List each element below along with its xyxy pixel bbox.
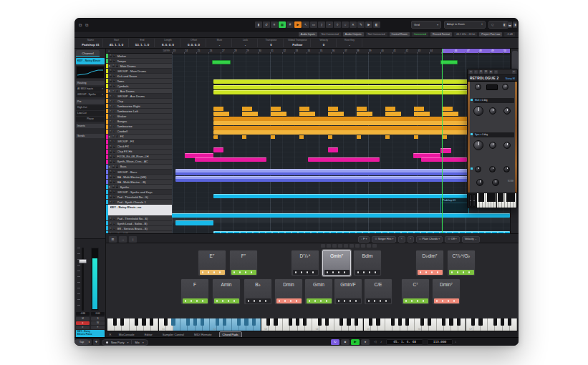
folder-arrow-icon[interactable]: ▸: [108, 165, 111, 168]
mute-button[interactable]: m: [110, 218, 112, 220]
track-row[interactable]: ▸msMain Drums: [106, 64, 172, 69]
track-preset-selector[interactable]: New Party▾ Mix▾: [102, 339, 148, 346]
piano-black-key[interactable]: [428, 318, 431, 326]
track-row[interactable]: ▸msAux Drums: [106, 89, 172, 94]
mute-button[interactable]: m: [110, 228, 112, 230]
grid-type-dropdown[interactable]: Grid ▾: [411, 21, 441, 29]
solo-button[interactable]: s: [113, 69, 116, 72]
track-row[interactable]: msToms: [106, 79, 172, 84]
info-field[interactable]: Velocity0: [312, 39, 337, 47]
midi-clip[interactable]: [213, 117, 510, 121]
track-row[interactable]: msPad - Threshold No...G): [106, 195, 172, 200]
plugin-knob[interactable]: [473, 140, 483, 150]
mute-button[interactable]: m: [110, 170, 112, 173]
midi-clip[interactable]: [175, 220, 213, 225]
plugin-knob[interactable]: [476, 179, 483, 186]
routing-section-header[interactable]: Routing: [76, 81, 105, 85]
quantize-dropdown[interactable]: Adapt to Zoom ▾: [444, 21, 486, 29]
cycle-button[interactable]: ↻: [331, 339, 339, 345]
plugin-knob[interactable]: [502, 84, 509, 90]
track-row[interactable]: msGROUP - Main Drums: [106, 69, 172, 74]
solo-button[interactable]: s: [113, 175, 116, 178]
midi-clip[interactable]: [195, 157, 266, 162]
plugin-close-icon[interactable]: ✕: [512, 70, 516, 74]
play-button[interactable]: ▶: [351, 339, 360, 345]
pads-function-button[interactable]: [355, 244, 360, 248]
plugin-knob[interactable]: [503, 142, 511, 149]
track-row[interactable]: msTempo: [106, 59, 172, 64]
pre-roll-icon[interactable]: ◁: [374, 340, 376, 344]
preset-icon[interactable]: ◆: [489, 70, 493, 74]
color-tool[interactable]: ◧: [373, 21, 380, 28]
piano-black-key[interactable]: [266, 318, 270, 326]
mute-button[interactable]: m: [110, 79, 112, 82]
plugin-power-icon[interactable]: ⊙: [469, 70, 473, 74]
midi-clip[interactable]: [172, 213, 510, 218]
chord-pad-cg[interactable]: C⁷/♭⁹/G♭: [447, 250, 476, 276]
track-row[interactable]: msBongos: [106, 120, 172, 125]
record-button[interactable]: ●: [361, 339, 370, 345]
mute-button[interactable]: m: [110, 201, 112, 204]
info-field[interactable]: NamePadshop 01: [79, 39, 103, 47]
solo-button[interactable]: s: [113, 100, 116, 103]
pitch-wheel[interactable]: [469, 194, 472, 207]
plugin-black-key[interactable]: [512, 193, 515, 202]
solo-button[interactable]: s: [116, 165, 119, 168]
piano-black-key[interactable]: [274, 318, 277, 326]
autoscroll-icon[interactable]: ▶: [294, 21, 302, 28]
add-track-button[interactable]: +: [108, 49, 110, 52]
marker-event[interactable]: [440, 60, 458, 64]
phase-button[interactable]: Phase: [76, 117, 105, 122]
midi-clip[interactable]: [213, 135, 510, 139]
solo-button[interactable]: s: [113, 95, 116, 98]
chord-pads-keyboard[interactable]: C1C2C3C4C5C6C7: [107, 318, 517, 331]
midi-clip[interactable]: [328, 147, 338, 152]
folder-arrow-icon[interactable]: ▸: [108, 64, 111, 67]
plugin-knob[interactable]: [489, 142, 496, 149]
mute-button[interactable]: m: [110, 150, 112, 153]
piano-black-key[interactable]: [325, 318, 329, 326]
solo-button[interactable]: s: [113, 54, 116, 57]
pads-preset-dropdown[interactable]: ⚙ Singer Hits ▾: [372, 236, 396, 243]
pads-function-button[interactable]: [367, 244, 371, 248]
piano-black-key[interactable]: [171, 318, 175, 326]
piano-black-key[interactable]: [471, 318, 475, 326]
track-row[interactable]: msPad - Synth Chorale 1: [106, 200, 172, 205]
piano-black-key[interactable]: [442, 318, 445, 326]
mute-button[interactable]: m: [110, 115, 112, 118]
track-row[interactable]: msPad - Threshold No...S): [106, 216, 172, 221]
piano-black-key[interactable]: [201, 318, 204, 326]
osc2-led[interactable]: [471, 133, 473, 135]
chord-pad-gmin[interactable]: Gmin: [304, 278, 333, 305]
zoom-tool[interactable]: ○: [342, 21, 349, 28]
track-row[interactable]: msTambourine: [106, 125, 172, 130]
track-row[interactable]: msShaker: [106, 114, 172, 119]
plugin-knob[interactable]: [489, 107, 496, 115]
piano-black-key[interactable]: [508, 318, 511, 326]
piano-black-key[interactable]: [120, 318, 124, 326]
solo-button[interactable]: s: [113, 145, 116, 148]
track-row[interactable]: msBR - Serious Brass...S): [106, 226, 172, 231]
write-icon[interactable]: W: [484, 70, 488, 74]
chord-pad-b[interactable]: B♭: [244, 278, 272, 305]
mute-button[interactable]: m: [110, 74, 112, 77]
solo-button[interactable]: s: [113, 59, 116, 62]
solo-button[interactable]: s: [113, 110, 116, 113]
mute-button[interactable]: m: [110, 95, 112, 98]
mute-button[interactable]: m: [110, 195, 112, 198]
play-tool[interactable]: ▶: [365, 21, 372, 28]
pads-function-button[interactable]: [344, 244, 348, 248]
track-row[interactable]: ▸msSynths: [106, 185, 172, 190]
chord-pad-gminf[interactable]: Gmin/F: [334, 278, 362, 305]
chord-pad-d[interactable]: D⁷/♭⁹: [291, 250, 319, 276]
pads-function-button[interactable]: [327, 244, 331, 248]
piano-black-key[interactable]: [420, 318, 424, 326]
chord-pad-dmin[interactable]: Dmin⁷: [432, 278, 461, 305]
solo-button[interactable]: s: [113, 79, 116, 82]
project-cursor[interactable]: [442, 49, 443, 233]
midi-clip[interactable]: [213, 85, 510, 89]
folder-arrow-icon[interactable]: ▸: [108, 185, 111, 188]
track-row[interactable]: ▸msBass: [106, 165, 172, 170]
chord-pads-icon[interactable]: ⊞: [109, 236, 117, 243]
tab-mixconsole[interactable]: MixConsole: [116, 332, 138, 337]
